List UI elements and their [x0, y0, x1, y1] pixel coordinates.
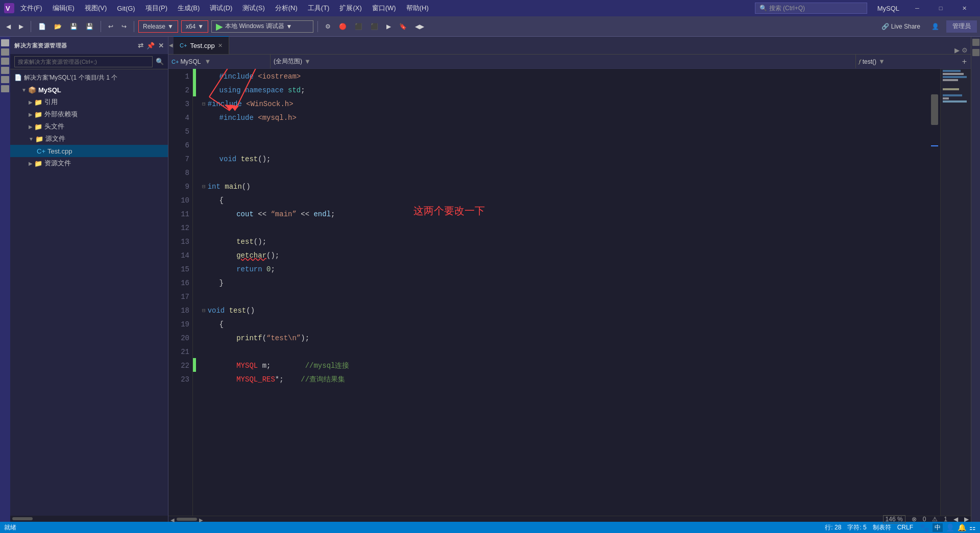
sidebar-item-mysql[interactable]: ▼ 📦 MySQL	[10, 84, 168, 96]
status-row[interactable]: 行: 28	[825, 523, 841, 532]
nav-next-icon[interactable]: ▶	[964, 516, 969, 523]
error-icon[interactable]: ⊗	[912, 516, 917, 523]
live-share-button[interactable]: 🔗 Live Share	[877, 22, 924, 31]
debug-btn[interactable]: ⚙	[322, 20, 334, 33]
code-editor[interactable]: 1 2 3 4 5 6 7 8 9 10 11 12 13 14 15 16 1…	[168, 69, 971, 516]
sidebar-item-resources[interactable]: ▶ 📁 资源文件	[10, 157, 168, 169]
csdn-icon-4[interactable]: ⚏	[969, 523, 976, 531]
sidebar-item-references[interactable]: ▶ 📁 引用	[10, 96, 168, 108]
h-scroll-thumb[interactable]	[177, 518, 197, 521]
admin-button[interactable]: 管理员	[946, 20, 977, 33]
h-scroll-right-icon[interactable]: ▶	[199, 517, 203, 521]
right-icon-1[interactable]	[972, 39, 979, 46]
close-button[interactable]: ✕	[952, 0, 976, 16]
tab-scroll-left[interactable]: ◀	[168, 36, 174, 54]
tab-settings-icon[interactable]: ⚙	[962, 46, 968, 54]
sidebar-item-ext-deps[interactable]: ▶ 📁 外部依赖项	[10, 108, 168, 120]
horizontal-scrollbar[interactable]: ◀ ▶ 146 % ⊗ 0 ⚠ 1 ◀ ▶	[168, 516, 971, 522]
scroll-down-btn[interactable]	[931, 500, 940, 516]
sidebar-close-icon[interactable]: ✕	[158, 42, 164, 49]
menu-file[interactable]: 文件(F)	[16, 2, 46, 15]
build-config-dropdown[interactable]: Release ▼	[138, 20, 178, 33]
menu-git[interactable]: Git(G)	[113, 3, 139, 14]
status-encoding[interactable]: 制表符	[873, 523, 891, 532]
undo-button[interactable]: ↩	[105, 20, 116, 33]
sidebar-search-input[interactable]	[14, 56, 153, 67]
new-file-button[interactable]: 📄	[35, 20, 49, 33]
step2-btn[interactable]: ⬛	[368, 20, 381, 33]
code-line-8	[202, 166, 931, 180]
right-icon-2[interactable]	[972, 49, 979, 56]
sync-icon[interactable]: ⇄	[138, 42, 144, 49]
step3-btn[interactable]: ▶	[383, 20, 394, 33]
sidebar-item-solution[interactable]: 📄 解决方案'MySQL'(1 个项目/共 1 个	[10, 71, 168, 84]
menu-analyze[interactable]: 分析(N)	[271, 2, 302, 15]
menu-build[interactable]: 生成(B)	[174, 2, 204, 15]
menu-view[interactable]: 视图(V)	[81, 2, 111, 15]
open-folder-button[interactable]: 📂	[51, 20, 65, 33]
breakpoints-btn[interactable]: 🔴	[336, 20, 350, 33]
save-button[interactable]: 💾	[67, 20, 81, 33]
tab-testcpp[interactable]: C+ Test.cpp ✕	[174, 36, 229, 54]
sidebar-search-icon[interactable]: 🔍	[156, 58, 164, 65]
csdn-icon-3[interactable]: 🔔	[958, 523, 966, 531]
activity-icon-4[interactable]	[1, 67, 9, 74]
right-scrollbar[interactable]	[931, 69, 940, 516]
back-button[interactable]: ◀	[3, 20, 14, 33]
menu-debug[interactable]: 调试(D)	[206, 2, 236, 15]
run-target-dropdown[interactable]: ▶ 本地 Windows 调试器 ▼	[211, 20, 313, 33]
maximize-button[interactable]: □	[929, 0, 952, 16]
csdn-icon-2[interactable]: 👤	[946, 523, 954, 531]
activity-icon-5[interactable]	[1, 76, 9, 83]
nav-add-button[interactable]: +	[958, 57, 971, 66]
nav-scope-dropdown[interactable]: C+ MySQL ▼	[168, 55, 271, 68]
tab-close-icon[interactable]: ✕	[218, 42, 223, 49]
sidebar-scrollbar[interactable]	[12, 517, 33, 520]
fold-9-icon[interactable]: ⊟	[202, 180, 206, 194]
sidebar-item-testcpp[interactable]: C+ Test.cpp	[10, 145, 168, 157]
zoom-label[interactable]: 146 %	[883, 515, 905, 523]
nav-function-dropdown[interactable]: 𝑓 test() ▼	[856, 55, 958, 68]
menu-test[interactable]: 测试(S)	[238, 2, 268, 15]
step-btn[interactable]: ⬛	[352, 20, 365, 33]
activity-icon-2[interactable]	[1, 48, 9, 56]
sidebar-item-source[interactable]: ▼ 📁 源文件	[10, 133, 168, 145]
bookmark-btn[interactable]: 🔖	[396, 20, 410, 33]
fold-18-icon[interactable]: ⊟	[202, 304, 206, 318]
code-line-14: getchar();	[202, 249, 931, 263]
scroll-thumb[interactable]	[931, 94, 938, 125]
forward-button[interactable]: ▶	[16, 20, 27, 33]
nav-context-dropdown[interactable]: (全局范围) ▼	[271, 55, 856, 68]
nav-prev-icon[interactable]: ◀	[953, 516, 958, 523]
minimize-button[interactable]: ─	[905, 0, 929, 16]
title-search[interactable]: 🔍 搜索 (Ctrl+Q)	[755, 3, 867, 14]
user-icon[interactable]: 👤	[928, 20, 942, 33]
menu-help[interactable]: 帮助(H)	[402, 2, 433, 15]
h-scroll-left-icon[interactable]: ◀	[170, 517, 175, 521]
status-line-ending[interactable]: CRLF	[897, 524, 913, 531]
warning-icon[interactable]: ⚠	[932, 516, 938, 523]
menu-tools[interactable]: 工具(T)	[304, 2, 334, 15]
code-content[interactable]: #include <iostream> using namespace std;…	[196, 69, 931, 516]
menu-extensions[interactable]: 扩展(X)	[335, 2, 365, 15]
sidebar-res-label: 资源文件	[44, 159, 71, 168]
pin-icon[interactable]: 📌	[146, 42, 155, 49]
csdn-icon-1[interactable]: 🐾	[919, 523, 929, 532]
tab-scroll-right-icon[interactable]: ▶	[954, 46, 960, 54]
activity-icon-6[interactable]	[1, 85, 9, 92]
save-all-button[interactable]: 💾	[83, 20, 96, 33]
scroll-up-btn[interactable]	[931, 69, 940, 84]
menu-edit[interactable]: 编辑(E)	[48, 2, 79, 15]
nav-btn[interactable]: ◀▶	[412, 20, 427, 33]
menu-window[interactable]: 窗口(W)	[368, 2, 400, 15]
status-col[interactable]: 字符: 5	[847, 523, 866, 532]
fold-3-icon[interactable]: ⊟	[202, 97, 206, 111]
activity-explorer-icon[interactable]	[1, 39, 9, 46]
menu-project[interactable]: 项目(P)	[141, 2, 172, 15]
redo-button[interactable]: ↪	[118, 20, 130, 33]
activity-icon-3[interactable]	[1, 58, 9, 65]
platform-dropdown[interactable]: x64 ▼	[181, 20, 208, 33]
scroll-track[interactable]	[931, 84, 940, 500]
sidebar-item-headers[interactable]: ▶ 📁 头文件	[10, 120, 168, 133]
lang-toggle[interactable]: 中	[933, 523, 943, 532]
